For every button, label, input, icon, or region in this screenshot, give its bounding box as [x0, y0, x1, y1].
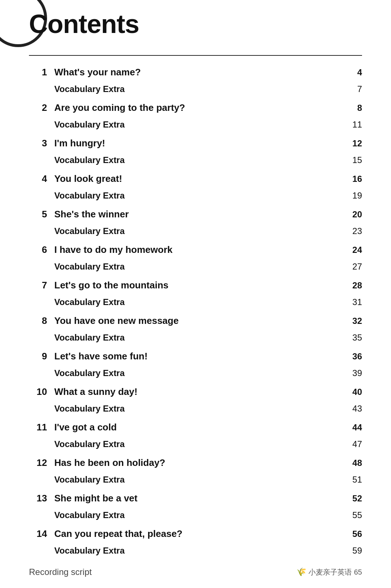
toc-page-2: 8 [340, 103, 362, 113]
toc-page-12: 48 [340, 458, 362, 468]
toc-vocab-title-14[interactable]: Vocabulary Extra [54, 546, 340, 556]
toc-vocab-row[interactable]: 1Vocabulary Extra7 [29, 83, 362, 98]
toc-num-11: 11 [29, 422, 54, 433]
toc-page-7: 28 [340, 280, 362, 291]
toc-title-5[interactable]: She's the winner [54, 209, 340, 220]
toc-vocab-row[interactable]: 4Vocabulary Extra19 [29, 190, 362, 204]
toc-vocab-title-1[interactable]: Vocabulary Extra [54, 84, 340, 95]
toc-row[interactable]: 12Has he been on holiday?48 [29, 457, 362, 474]
watermark-icon: 🌾 [297, 567, 306, 577]
toc-title-1[interactable]: What's your name? [54, 67, 340, 78]
toc-row[interactable]: 8You have one new message32 [29, 315, 362, 332]
toc-row[interactable]: 2Are you coming to the party?8 [29, 102, 362, 119]
toc-vocab-row[interactable]: 5Vocabulary Extra23 [29, 225, 362, 240]
toc-num-12: 12 [29, 457, 54, 468]
toc-vocab-row[interactable]: 8Vocabulary Extra35 [29, 332, 362, 346]
toc-vocab-row[interactable]: 12Vocabulary Extra51 [29, 474, 362, 488]
toc-vocab-row[interactable]: 13Vocabulary Extra55 [29, 509, 362, 524]
toc-page-1: 4 [340, 67, 362, 78]
toc-vocab-page-3: 15 [340, 155, 362, 166]
toc-vocab-page-11: 47 [340, 439, 362, 450]
toc-vocab-title-3[interactable]: Vocabulary Extra [54, 155, 340, 166]
watermark-text: 小麦亲子英语 [308, 567, 352, 577]
toc-vocab-row[interactable]: 6Vocabulary Extra27 [29, 261, 362, 275]
toc-vocab-title-5[interactable]: Vocabulary Extra [54, 226, 340, 237]
toc-vocab-page-9: 39 [340, 368, 362, 379]
toc-vocab-page-13: 55 [340, 510, 362, 521]
toc-vocab-page-12: 51 [340, 475, 362, 485]
toc-vocab-page-5: 23 [340, 226, 362, 237]
toc-row[interactable]: 3I'm hungry!12 [29, 138, 362, 154]
toc-title-11[interactable]: I've got a cold [54, 422, 340, 433]
toc-vocab-page-14: 59 [340, 546, 362, 556]
toc-vocab-row[interactable]: 2Vocabulary Extra11 [29, 119, 362, 133]
toc-num-6: 6 [29, 244, 54, 255]
toc-page-5: 20 [340, 209, 362, 220]
toc-title-14[interactable]: Can you repeat that, please? [54, 528, 340, 539]
toc-vocab-title-10[interactable]: Vocabulary Extra [54, 404, 340, 414]
toc-page-3: 12 [340, 138, 362, 149]
toc-vocab-row[interactable]: 9Vocabulary Extra39 [29, 367, 362, 382]
toc-num-14: 14 [29, 528, 54, 539]
toc-page-13: 52 [340, 493, 362, 504]
toc-title-8[interactable]: You have one new message [54, 315, 340, 326]
toc-title-3[interactable]: I'm hungry! [54, 138, 340, 149]
toc-vocab-row[interactable]: 3Vocabulary Extra15 [29, 154, 362, 169]
toc-vocab-row[interactable]: 14Vocabulary Extra59 [29, 545, 362, 559]
toc-title-9[interactable]: Let's have some fun! [54, 351, 340, 362]
page-title: Contents [29, 11, 391, 37]
toc-row[interactable]: 1What's your name?4 [29, 67, 362, 83]
toc-title-6[interactable]: I have to do my homework [54, 244, 340, 255]
toc-row[interactable]: 9Let's have some fun!36 [29, 351, 362, 367]
toc-row[interactable]: 11I've got a cold44 [29, 422, 362, 438]
toc-num-10: 10 [29, 386, 54, 397]
toc-vocab-title-8[interactable]: Vocabulary Extra [54, 333, 340, 343]
toc-row[interactable]: 5She's the winner20 [29, 209, 362, 225]
toc-vocab-page-6: 27 [340, 262, 362, 272]
toc-row[interactable]: 4You look great!16 [29, 173, 362, 190]
toc-page-10: 40 [340, 387, 362, 397]
watermark: 🌾 小麦亲子英语 65 [297, 567, 362, 577]
toc-row[interactable]: 7Let's go to the mountains28 [29, 280, 362, 296]
toc-num-5: 5 [29, 209, 54, 220]
toc-row[interactable]: 13She might be a vet52 [29, 493, 362, 509]
toc-row[interactable]: 10What a sunny day!40 [29, 386, 362, 403]
toc-title-13[interactable]: She might be a vet [54, 493, 340, 504]
toc-vocab-title-12[interactable]: Vocabulary Extra [54, 475, 340, 485]
toc-title-7[interactable]: Let's go to the mountains [54, 280, 340, 291]
toc-num-3: 3 [29, 138, 54, 149]
toc-vocab-row[interactable]: 10Vocabulary Extra43 [29, 403, 362, 417]
toc-vocab-page-1: 7 [340, 84, 362, 95]
toc-vocab-title-11[interactable]: Vocabulary Extra [54, 439, 340, 450]
toc-vocab-title-9[interactable]: Vocabulary Extra [54, 368, 340, 379]
toc-num-1: 1 [29, 67, 54, 78]
toc-page-9: 36 [340, 351, 362, 362]
page-number: 65 [354, 568, 362, 576]
toc-title-4[interactable]: You look great! [54, 173, 340, 184]
recording-script-label: Recording script [29, 567, 92, 577]
toc-title-10[interactable]: What a sunny day! [54, 386, 340, 397]
toc-num-8: 8 [29, 315, 54, 326]
toc-num-9: 9 [29, 351, 54, 362]
toc-vocab-page-8: 35 [340, 333, 362, 343]
toc-vocab-page-2: 11 [340, 120, 362, 130]
toc-vocab-title-6[interactable]: Vocabulary Extra [54, 262, 340, 272]
toc-num-4: 4 [29, 173, 54, 184]
toc-vocab-title-2[interactable]: Vocabulary Extra [54, 120, 340, 130]
toc-vocab-row[interactable]: 11Vocabulary Extra47 [29, 438, 362, 453]
toc-row[interactable]: 14Can you repeat that, please?56 [29, 528, 362, 545]
toc-title-2[interactable]: Are you coming to the party? [54, 102, 340, 113]
toc-vocab-page-10: 43 [340, 404, 362, 414]
toc-row[interactable]: 6I have to do my homework24 [29, 244, 362, 261]
toc-vocab-title-7[interactable]: Vocabulary Extra [54, 297, 340, 308]
toc-vocab-row[interactable]: 7Vocabulary Extra31 [29, 296, 362, 311]
toc-vocab-title-13[interactable]: Vocabulary Extra [54, 510, 340, 521]
footer: Recording script 🌾 小麦亲子英语 65 [0, 567, 391, 577]
toc-title-12[interactable]: Has he been on holiday? [54, 457, 340, 468]
toc-vocab-title-4[interactable]: Vocabulary Extra [54, 191, 340, 201]
toc-page-11: 44 [340, 422, 362, 433]
toc-num-13: 13 [29, 493, 54, 504]
toc-vocab-page-7: 31 [340, 297, 362, 308]
toc-vocab-page-4: 19 [340, 191, 362, 201]
toc-page-8: 32 [340, 316, 362, 326]
